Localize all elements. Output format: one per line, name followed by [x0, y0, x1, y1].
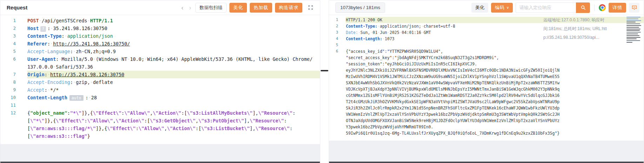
code-token: : [293, 110, 295, 116]
code-token: :[ [181, 110, 187, 116]
code-token: \"Allow\" [87, 118, 113, 123]
minimap-line [626, 27, 639, 28]
panel-divider[interactable] [320, 0, 329, 163]
code-line[interactable]: 9Accept:·*/* [0, 86, 320, 94]
code-token: [ [27, 118, 30, 123]
line-number: 12 [0, 109, 16, 117]
code-line[interactable]: 12{"object_name":"*\"]},{\"Effect\":\"Al… [0, 109, 320, 117]
code-token: ]},{ [96, 126, 107, 131]
code-line[interactable]: 5 [329, 42, 644, 48]
code-line[interactable]: MzIwUVhIRDM4V1VSMk1JWTMiLCJzZXNzaW9uUG9s… [329, 73, 644, 80]
beautify-response-button[interactable]: 美化 [471, 3, 488, 13]
code-token: ], [253, 110, 258, 116]
code-line[interactable]: 7Origin:·http://35.241.98.126:30750 [0, 71, 320, 78]
code-token: :·Mozilla/5.0·(Windows·NT·10.0;·Win64;·x… [56, 56, 313, 62]
search-button[interactable] [576, 2, 590, 13]
panel-resize-grip[interactable] [321, 70, 328, 71]
code-line-text: [\"*\"]},{\"Effect\":\"Allow\",\"Action\… [27, 117, 320, 125]
response-editor[interactable]: 远端地址:127.0.0.1:7890; 响应时 间:181ms; 总耗时:18… [329, 15, 644, 141]
hot-reload-button[interactable]: 热加载 [250, 3, 272, 13]
code-token: ]},{ [45, 118, 56, 123]
code-line[interactable]: 6User-Agent:·Mozilla/5.0·(Windows·NT·10.… [0, 55, 320, 63]
request-editor[interactable]: 1POST·/api/genSTSCreds·HTTP/1.12Host?:·3… [0, 15, 320, 144]
code-line[interactable]: 3Content-Type:·application/json [0, 32, 320, 40]
code-token: \"Allow\" [124, 110, 150, 116]
code-token: User-Agent [27, 56, 56, 62]
code-line[interactable]: [\"arn:aws:s3:::flag"} [0, 132, 320, 140]
code-line-text: 137.0.0.0·Safari/537.36 [27, 63, 320, 71]
minimap-line [626, 25, 641, 26]
code-line[interactable]: "secret_access_key":"jbdAgNFdjSMKTYCrm2k… [329, 55, 644, 61]
build-request-button[interactable]: 构造请求 [275, 3, 302, 13]
beautify-request-button[interactable]: 美化 [229, 3, 247, 13]
line-number [0, 125, 16, 132]
code-line[interactable]: 11 [0, 101, 320, 109]
code-token: : [284, 118, 287, 123]
code-line[interactable]: [\"*\"]},{\"Effect\":\"Allow\",\"Action\… [0, 117, 320, 125]
code-line[interactable]: SXNJbE4wWVhSbGJXVnVkQ0k2VzNzaVJXWm1aV04w… [329, 80, 644, 86]
code-line[interactable]: 2Host?:·35.241.98.126:30750 [0, 24, 320, 32]
code-line[interactable]: 8Accept-Encoding:·gzip,·deflate [0, 78, 320, 86]
url-info: p://35.241.98.126:30750/api... [543, 33, 623, 42]
code-token: \"s3:PutObject\" [199, 118, 244, 123]
code-token: [ [27, 126, 30, 131]
code-line-text: Accept:·*/* [27, 86, 320, 94]
line-number: 9 [0, 86, 16, 94]
comment-button[interactable] [629, 3, 639, 13]
encoding-dropdown-button[interactable]: 编码 ∨ [491, 3, 513, 13]
code-line[interactable]: SkJiR3h2ZHlJc0lrRmpkR2x2Ym1JN1d5SnpNenBR… [329, 105, 644, 111]
code-line[interactable]: Y3pwek16bzZPbVpzWVdjaVhYMWRmUT09In0. [329, 124, 644, 130]
line-number: 4 [0, 40, 16, 48]
code-line[interactable]: 59IwPi6Q1r0U1sqJzq-6Mg-TL4LUxslfJrXUyqZP… [329, 130, 644, 136]
response-header: 1073bytes / 181ms 美化 编码 ∨ 详情 [329, 0, 644, 15]
packet-scan-button[interactable]: 数据包扫描 [195, 3, 227, 13]
code-line[interactable]: OTNJaXdpUVdOMGFXOXVJanBiSW5Nek9reHBjM1JD… [329, 118, 644, 124]
code-line-text: VW1WemIzVnlZMlVpT2xzaVlYSnVPbUYzY3pwek16… [346, 111, 644, 118]
code-line[interactable]: 1POST·/api/genSTSCreds·HTTP/1.1 [0, 17, 320, 24]
details-button[interactable]: 详情 [609, 3, 626, 13]
code-token: HTTP/1.1·200·OK [346, 17, 382, 22]
open-in-chrome-icon[interactable] [599, 4, 606, 11]
fullscreen-button[interactable] [305, 3, 316, 13]
line-number [329, 80, 338, 86]
code-token: Content-Type [27, 33, 62, 39]
code-token: \"arn:aws:s3:::flag/*\" [30, 126, 96, 131]
line-number: 1 [329, 17, 338, 23]
code-line-text: "session_token":"eyJhbGciOiJIUzUxMiIsInR… [346, 61, 644, 67]
prev-request-icon[interactable]: ‹ [180, 5, 185, 11]
response-search [516, 2, 590, 13]
code-token: 59IwPi6Q1r0U1sqJzq-6Mg-TL4LUxslfJrXUyqZP… [346, 131, 559, 136]
line-number: 2 [0, 24, 16, 32]
minimap-line [626, 42, 632, 43]
code-token: Referer [27, 41, 47, 47]
code-line[interactable]: "session_token":"eyJhbGciOiJIUzUxMiIsInR… [329, 61, 644, 67]
minimap-line [626, 40, 640, 41]
response-search-input[interactable] [516, 2, 576, 13]
code-line-text: MzIwUVhIRDM4V1VSMk1JWTMiLCJzZXNzaW9uUG9s… [346, 73, 644, 80]
code-token: eyJhY2Nlc3NLZXkiOiJZVFRNWlBXSFNSMDVRRDlX… [346, 68, 559, 73]
code-line[interactable]: [\"arn:aws:s3:::flag/*\"]},{\"Effect\":\… [0, 125, 320, 132]
code-token: http://35.241.98.126:30750/ [53, 41, 130, 47]
code-token: ·/api/genSTSCreds· [39, 18, 90, 23]
code-line[interactable]: 6{"access_key_id":"YTTMZPWHSR05QD9W1LU4"… [329, 48, 644, 55]
line-number [329, 86, 338, 92]
code-line-text: POST·/api/genSTSCreds·HTTP/1.1 [27, 17, 320, 24]
code-token: ]},{ [81, 110, 93, 116]
code-line[interactable]: eyJhY2Nlc3NLZXkiOiJZVFRNWlBXSFNSMDVRRDlX… [329, 67, 644, 73]
code-line[interactable]: 137.0.0.0·Safari/537.36 [0, 63, 320, 71]
code-line[interactable]: VDJKcVpXTjBJaXdpY3pNNlVIVjBUMkpxWldOMEls… [329, 86, 644, 92]
code-line[interactable]: cGtNMmx1ZG1sMFlYUnBiMjRS2S1KZGZTeDdJa1Zt… [329, 92, 644, 99]
code-line[interactable]: 4Referer:·http://35.241.98.126:30750/ [0, 40, 320, 48]
comment-bubble-icon [631, 5, 637, 10]
minimap[interactable] [626, 17, 642, 44]
code-token: :· [45, 72, 50, 77]
code-line[interactable]: 5Accept-Language:·zh-CN,zh;q=0.9 [0, 48, 320, 55]
code-line[interactable]: VW1WemIzVnlZMlVpT2xzaVlYSnVPbUYzY3pwek16… [329, 111, 644, 118]
line-number [329, 73, 338, 80]
line-number: 11 [0, 101, 16, 109]
line-number: 5 [329, 42, 338, 48]
code-line[interactable]: T2t4cGMzUkJiR3hOZVVKMVkydGxkSE1pWFN3aVVt… [329, 99, 644, 105]
code-token: \"Action\" [153, 110, 181, 116]
next-request-icon[interactable]: › [188, 5, 193, 11]
code-line[interactable]: 10Content-Lengthauto:·28 [0, 94, 320, 101]
